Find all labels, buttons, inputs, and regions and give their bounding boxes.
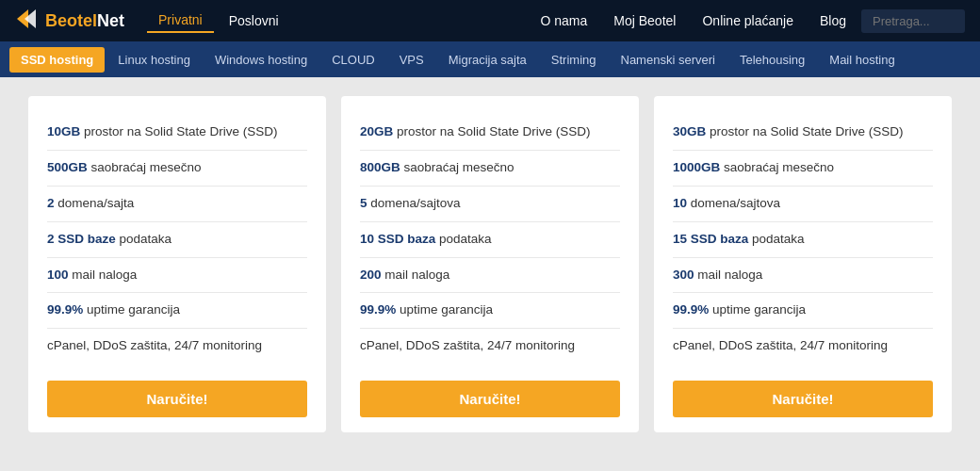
subnav-migracija[interactable]: Migracija sajta [437,47,538,73]
list-item: 200 mail naloga [360,258,620,294]
plan-card-2: 20GB prostor na Solid State Drive (SSD) … [341,96,639,432]
logo[interactable]: BeotelNet [15,6,124,36]
feature-list-1: 10GB prostor na Solid State Drive (SSD) … [47,115,307,364]
list-item: 99.9% uptime garancija [360,293,620,329]
nav-privatni[interactable]: Privatni [147,8,214,33]
list-item: 2 SSD baze podataka [47,222,307,258]
list-item: 30GB prostor na Solid State Drive (SSD) [673,115,933,151]
list-item: 100 mail naloga [47,258,307,294]
list-item: cPanel, DDoS zaštita, 24/7 monitoring [360,329,620,364]
plan-card-3: 30GB prostor na Solid State Drive (SSD) … [654,96,952,432]
list-item: 99.9% uptime garancija [47,293,307,329]
list-item: cPanel, DDoS zaštita, 24/7 monitoring [47,329,307,364]
search-input[interactable] [861,9,965,33]
order-button-3[interactable]: Naručite! [673,381,933,417]
list-item: 1000GB saobraćaj mesečno [673,151,933,187]
nav-online-placanje[interactable]: Online plaćanje [691,9,805,32]
subnav-linux-hosting[interactable]: Linux hosting [106,47,202,73]
list-item: 500GB saobraćaj mesečno [47,151,307,187]
order-button-2[interactable]: Naručite! [360,381,620,417]
list-item: 300 mail naloga [673,258,933,294]
list-item: 800GB saobraćaj mesečno [360,151,620,187]
list-item: 5 domena/sajtova [360,187,620,222]
feature-list-3: 30GB prostor na Solid State Drive (SSD) … [673,115,933,364]
main-nav-links: Privatni Poslovni [147,8,290,33]
cards-container: 10GB prostor na Solid State Drive (SSD) … [0,77,980,451]
subnav-telehousing[interactable]: Telehousing [728,47,816,73]
list-item: 15 SSD baza podataka [673,222,933,258]
nav-poslovni[interactable]: Poslovni [218,9,290,32]
feature-list-2: 20GB prostor na Solid State Drive (SSD) … [360,115,620,364]
plan-card-1: 10GB prostor na Solid State Drive (SSD) … [28,96,326,432]
top-nav-right: O nama Moj Beotel Online plaćanje Blog [529,9,965,33]
logo-wing-icon [15,6,41,36]
subnav-striming[interactable]: Striming [540,47,608,73]
order-button-1[interactable]: Naručite! [47,381,307,417]
subnav-windows-hosting[interactable]: Windows hosting [204,47,318,73]
list-item: 10GB prostor na Solid State Drive (SSD) [47,115,307,151]
list-item: 10 SSD baza podataka [360,222,620,258]
nav-moj-beotel[interactable]: Moj Beotel [602,9,687,32]
logo-text: BeotelNet [45,11,124,31]
nav-o-nama[interactable]: O nama [529,9,598,32]
list-item: 10 domena/sajtova [673,187,933,222]
list-item: cPanel, DDoS zaštita, 24/7 monitoring [673,329,933,364]
subnav-namenski[interactable]: Namenski serveri [610,47,727,73]
list-item: 99.9% uptime garancija [673,293,933,329]
subnav-mail-hosting[interactable]: Mail hosting [818,47,906,73]
subnav-ssd-hosting[interactable]: SSD hosting [9,47,105,73]
subnav-vps[interactable]: VPS [388,47,435,73]
nav-blog[interactable]: Blog [808,9,858,32]
top-nav: BeotelNet Privatni Poslovni O nama Moj B… [0,0,980,41]
subnav-cloud[interactable]: CLOUD [320,47,386,73]
sub-nav: SSD hosting Linux hosting Windows hostin… [0,41,980,77]
list-item: 20GB prostor na Solid State Drive (SSD) [360,115,620,151]
list-item: 2 domena/sajta [47,187,307,222]
